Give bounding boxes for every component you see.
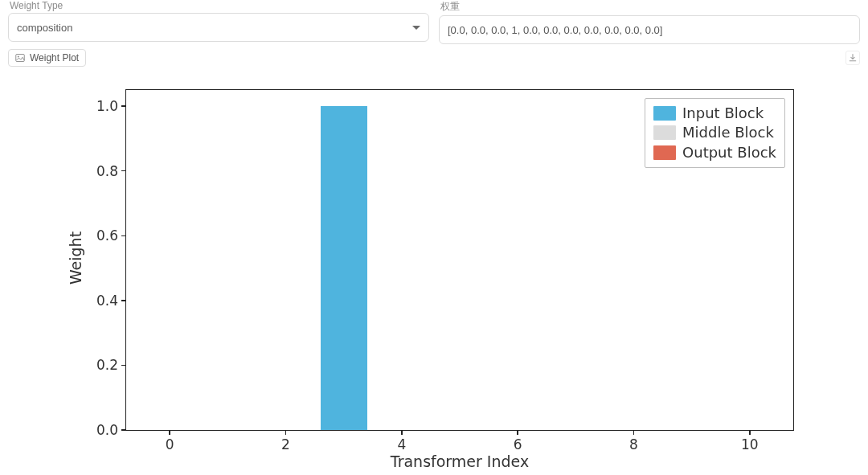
weight-plot-chip[interactable]: Weight Plot	[8, 49, 86, 67]
x-tick-label: 6	[514, 436, 522, 452]
image-icon	[15, 53, 25, 63]
download-icon	[848, 53, 858, 63]
x-tick	[401, 430, 403, 435]
x-axis-label: Transformer Index	[391, 452, 529, 470]
x-tick-label: 10	[741, 436, 759, 452]
y-tick-label: 1.0	[96, 98, 118, 114]
x-tick	[633, 430, 635, 435]
weight-type-select[interactable]: composition	[8, 13, 429, 42]
legend: Input Block Middle Block Output Block	[645, 98, 785, 168]
x-tick-label: 2	[281, 436, 290, 452]
legend-label-middle: Middle Block	[682, 123, 774, 142]
legend-swatch-middle	[653, 125, 676, 140]
weight-plot: Weight Transformer Index Input Block Mid…	[13, 73, 855, 475]
legend-swatch-input	[653, 106, 676, 121]
x-tick-label: 0	[166, 436, 174, 452]
y-tick	[121, 235, 126, 237]
y-tick-label: 0.6	[96, 227, 118, 244]
y-tick-label: 0.0	[96, 422, 118, 438]
plot-axes: Transformer Index Input Block Middle Blo…	[125, 89, 794, 431]
y-tick	[121, 365, 126, 366]
chevron-down-icon	[412, 26, 420, 30]
legend-swatch-output	[653, 145, 676, 160]
weights-value: [0.0, 0.0, 0.0, 1, 0.0, 0.0, 0.0, 0.0, 0…	[448, 24, 851, 36]
weights-label: 权重	[439, 0, 860, 14]
weight-plot-chip-label: Weight Plot	[30, 52, 79, 63]
legend-item-input: Input Block	[653, 104, 776, 123]
y-tick-label: 0.2	[96, 357, 118, 373]
y-tick-label: 0.4	[96, 293, 118, 309]
legend-label-output: Output Block	[682, 143, 776, 162]
y-tick	[121, 300, 126, 301]
x-tick	[749, 430, 751, 435]
y-tick	[121, 170, 126, 172]
x-tick-label: 8	[629, 436, 638, 452]
download-button[interactable]	[845, 51, 860, 65]
bar	[321, 106, 367, 430]
legend-label-input: Input Block	[682, 104, 764, 123]
x-tick	[517, 430, 518, 435]
y-tick-label: 0.8	[96, 163, 118, 179]
y-tick	[121, 105, 126, 107]
y-axis-label: Weight	[67, 231, 84, 285]
weight-type-value: composition	[17, 22, 412, 34]
x-tick	[285, 430, 287, 435]
y-tick	[121, 429, 126, 431]
x-tick	[169, 430, 170, 435]
weight-type-label: Weight Type	[8, 0, 429, 11]
svg-point-1	[18, 56, 19, 58]
legend-item-middle: Middle Block	[653, 123, 776, 142]
legend-item-output: Output Block	[653, 143, 776, 162]
weights-input[interactable]: [0.0, 0.0, 0.0, 1, 0.0, 0.0, 0.0, 0.0, 0…	[439, 15, 860, 44]
x-tick-label: 4	[397, 436, 406, 452]
